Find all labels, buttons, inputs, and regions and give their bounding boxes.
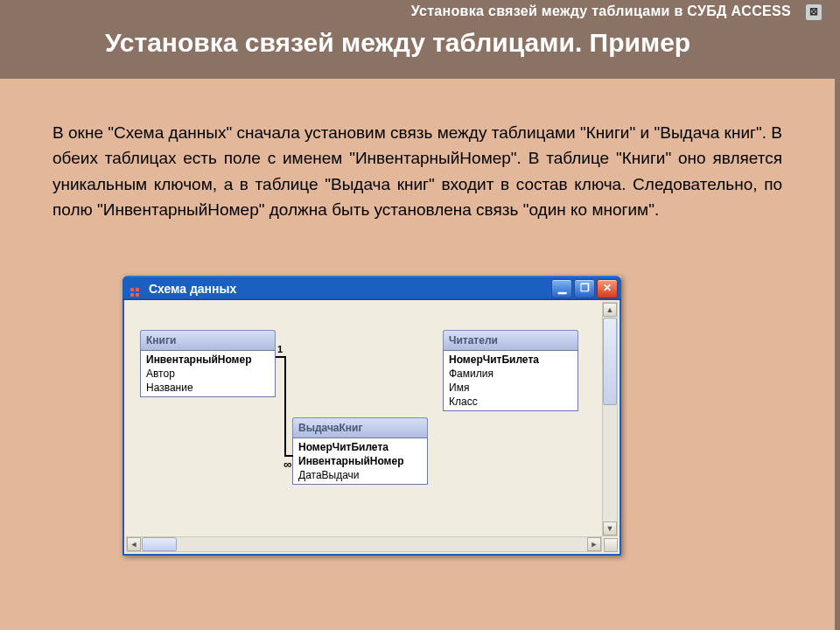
window-title: Схема данных [149,282,236,296]
scrollbar-corner [604,538,618,552]
scroll-thumb[interactable] [142,537,177,551]
vertical-scrollbar[interactable]: ▲ ▼ [602,302,618,536]
window-titlebar[interactable]: Схема данных ▁ ❐ ✕ [122,276,621,300]
field[interactable]: НомерЧитБилета [447,353,574,367]
table-box-readers[interactable]: Читатели НомерЧитБилета Фамилия Имя Клас… [443,330,578,411]
field[interactable]: Автор [144,367,271,381]
table-box-books[interactable]: Книги ИнвентарныйНомер Автор Название [140,330,276,397]
breadcrumb-bar: Установка связей между таблицами в СУБД … [0,0,835,24]
title-band: Установка связей между таблицами. Пример [0,24,835,79]
table-fields: ИнвентарныйНомер Автор Название [140,350,276,397]
slide: Установка связей между таблицами в СУБД … [0,0,840,630]
maximize-button[interactable]: ❐ [574,279,595,298]
table-fields: НомерЧитБилета ИнвентарныйНомер ДатаВыда… [292,438,428,485]
minimize-button[interactable]: ▁ [551,279,572,298]
table-title: Книги [140,330,276,350]
scroll-up-icon[interactable]: ▲ [603,303,617,317]
relation-cardinality-many: ∞ [284,458,291,471]
table-box-issues[interactable]: ВыдачаКниг НомерЧитБилета ИнвентарныйНом… [292,417,428,485]
field[interactable]: ИнвентарныйНомер [144,353,271,367]
body: В окне "Схема данных" сначала установим … [0,79,835,223]
breadcrumb: Установка связей между таблицами в СУБД … [411,4,791,19]
relationships-canvas[interactable]: Книги ИнвентарныйНомер Автор Название Вы… [128,304,616,535]
window-app-icon [130,283,142,295]
close-button[interactable]: ✕ [597,279,618,298]
window-controls: ▁ ❐ ✕ [551,279,618,298]
page-title: Установка связей между таблицами. Пример [0,24,835,58]
scroll-down-icon[interactable]: ▼ [603,522,617,536]
field[interactable]: Имя [447,381,574,395]
field[interactable]: НомерЧитБилета [297,440,424,454]
close-icon[interactable]: ⊠ [805,4,822,21]
scroll-thumb[interactable] [603,318,617,405]
description-paragraph: В окне "Схема данных" сначала установим … [52,120,782,223]
field[interactable]: ИнвентарныйНомер [297,454,424,468]
table-title: Читатели [443,330,578,350]
window-client: Книги ИнвентарныйНомер Автор Название Вы… [122,300,621,556]
horizontal-scrollbar[interactable]: ◄ ► [126,536,602,552]
table-title: ВыдачаКниг [292,417,428,438]
scroll-left-icon[interactable]: ◄ [127,537,141,551]
field[interactable]: Название [144,381,271,395]
relationships-window: Схема данных ▁ ❐ ✕ Книги ИнвентарныйНоме… [122,276,621,556]
field[interactable]: Класс [447,395,574,409]
relation-line[interactable] [284,356,286,457]
relation-cardinality-one: 1 [277,344,283,354]
relation-line[interactable] [284,455,293,457]
table-fields: НомерЧитБилета Фамилия Имя Класс [443,350,578,411]
field[interactable]: Фамилия [447,367,574,381]
scroll-right-icon[interactable]: ► [587,537,601,551]
field[interactable]: ДатаВыдачи [297,468,424,482]
